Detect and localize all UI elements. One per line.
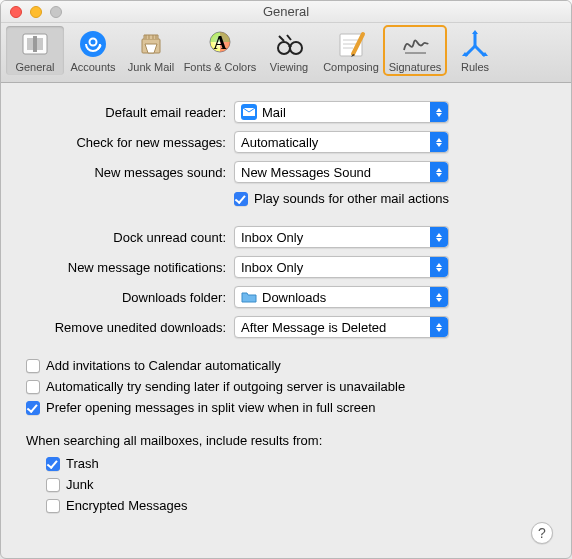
- default-reader-popup[interactable]: Mail: [234, 101, 449, 123]
- svg-rect-1: [27, 38, 33, 50]
- tab-label: General: [15, 61, 54, 73]
- default-reader-label: Default email reader:: [26, 105, 234, 120]
- preferences-window: General General Accounts: [0, 0, 572, 559]
- popup-arrows-icon: [430, 317, 448, 337]
- svg-rect-2: [37, 38, 43, 50]
- window-title: General: [1, 4, 571, 19]
- play-sounds-checkbox[interactable]: Play sounds for other mail actions: [234, 191, 546, 206]
- play-sounds-label: Play sounds for other mail actions: [254, 191, 449, 206]
- folder-icon: [241, 289, 257, 305]
- search-junk-checkbox[interactable]: Junk: [46, 477, 546, 492]
- minimize-button[interactable]: [30, 6, 42, 18]
- split-view-checkbox[interactable]: Prefer opening messages in split view wh…: [26, 400, 546, 415]
- check-messages-value: Automatically: [241, 135, 318, 150]
- search-encrypted-label: Encrypted Messages: [66, 498, 187, 513]
- svg-point-9: [290, 42, 302, 54]
- junk-mail-icon: [135, 28, 167, 60]
- signatures-icon: [399, 28, 431, 60]
- help-icon: ?: [538, 525, 546, 541]
- composing-icon: [335, 28, 367, 60]
- checkbox-icon: [26, 380, 40, 394]
- tab-label: Accounts: [70, 61, 115, 73]
- search-junk-label: Junk: [66, 477, 93, 492]
- zoom-button[interactable]: [50, 6, 62, 18]
- tab-accounts[interactable]: Accounts: [64, 26, 122, 75]
- fonts-colors-icon: A: [204, 28, 236, 60]
- dock-count-label: Dock unread count:: [26, 230, 234, 245]
- checkbox-icon: [26, 359, 40, 373]
- search-heading: When searching all mailboxes, include re…: [26, 433, 546, 448]
- downloads-folder-popup[interactable]: Downloads: [234, 286, 449, 308]
- new-sound-popup[interactable]: New Messages Sound: [234, 161, 449, 183]
- downloads-folder-value: Downloads: [262, 290, 326, 305]
- notifications-label: New message notifications:: [26, 260, 234, 275]
- notifications-popup[interactable]: Inbox Only: [234, 256, 449, 278]
- svg-text:A: A: [214, 33, 227, 53]
- viewing-icon: [273, 28, 305, 60]
- notifications-value: Inbox Only: [241, 260, 303, 275]
- checkbox-icon: [234, 192, 248, 206]
- split-view-label: Prefer opening messages in split view wh…: [46, 400, 376, 415]
- content: Default email reader: Mail Check for new…: [1, 83, 571, 531]
- search-encrypted-checkbox[interactable]: Encrypted Messages: [46, 498, 546, 513]
- remove-downloads-value: After Message is Deleted: [241, 320, 386, 335]
- popup-arrows-icon: [430, 162, 448, 182]
- check-messages-popup[interactable]: Automatically: [234, 131, 449, 153]
- tab-label: Composing: [323, 61, 379, 73]
- tab-label: Signatures: [389, 61, 442, 73]
- auto-retry-checkbox[interactable]: Automatically try sending later if outgo…: [26, 379, 546, 394]
- popup-arrows-icon: [430, 102, 448, 122]
- popup-arrows-icon: [430, 227, 448, 247]
- auto-retry-label: Automatically try sending later if outgo…: [46, 379, 405, 394]
- tab-label: Junk Mail: [128, 61, 174, 73]
- dock-count-popup[interactable]: Inbox Only: [234, 226, 449, 248]
- new-sound-label: New messages sound:: [26, 165, 234, 180]
- default-reader-value: Mail: [262, 105, 286, 120]
- remove-downloads-label: Remove unedited downloads:: [26, 320, 234, 335]
- downloads-folder-label: Downloads folder:: [26, 290, 234, 305]
- mail-app-icon: [241, 104, 257, 120]
- svg-point-4: [80, 31, 106, 57]
- titlebar: General: [1, 1, 571, 23]
- tab-viewing[interactable]: Viewing: [260, 26, 318, 75]
- checkbox-icon: [46, 478, 60, 492]
- svg-point-8: [278, 42, 290, 54]
- tab-signatures[interactable]: Signatures: [384, 26, 446, 75]
- accounts-icon: [77, 28, 109, 60]
- checkbox-icon: [46, 457, 60, 471]
- tab-composing[interactable]: Composing: [318, 26, 384, 75]
- new-sound-value: New Messages Sound: [241, 165, 371, 180]
- tab-general[interactable]: General: [6, 26, 64, 75]
- checkbox-icon: [46, 499, 60, 513]
- popup-arrows-icon: [430, 132, 448, 152]
- add-invitations-checkbox[interactable]: Add invitations to Calendar automaticall…: [26, 358, 546, 373]
- checkbox-icon: [26, 401, 40, 415]
- svg-rect-3: [33, 36, 37, 52]
- toolbar: General Accounts Junk Mail: [1, 23, 571, 83]
- add-invitations-label: Add invitations to Calendar automaticall…: [46, 358, 281, 373]
- general-icon: [19, 28, 51, 60]
- search-trash-label: Trash: [66, 456, 99, 471]
- remove-downloads-popup[interactable]: After Message is Deleted: [234, 316, 449, 338]
- help-button[interactable]: ?: [531, 522, 553, 544]
- tab-label: Rules: [461, 61, 489, 73]
- close-button[interactable]: [10, 6, 22, 18]
- dock-count-value: Inbox Only: [241, 230, 303, 245]
- popup-arrows-icon: [430, 257, 448, 277]
- search-trash-checkbox[interactable]: Trash: [46, 456, 546, 471]
- tab-junk-mail[interactable]: Junk Mail: [122, 26, 180, 75]
- tab-label: Viewing: [270, 61, 308, 73]
- window-controls: [10, 6, 62, 18]
- rules-icon: [459, 28, 491, 60]
- tab-label: Fonts & Colors: [184, 61, 257, 73]
- tab-fonts-colors[interactable]: A Fonts & Colors: [180, 26, 260, 75]
- tab-rules[interactable]: Rules: [446, 26, 504, 75]
- popup-arrows-icon: [430, 287, 448, 307]
- check-messages-label: Check for new messages:: [26, 135, 234, 150]
